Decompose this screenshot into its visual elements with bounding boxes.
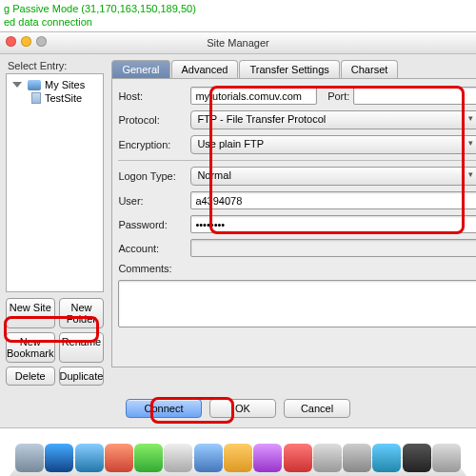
tab-advanced[interactable]: Advanced <box>171 60 239 78</box>
right-panel: General Advanced Transfer Settings Chars… <box>104 60 476 386</box>
zoom-icon <box>36 36 47 47</box>
dialog-buttons: Connect OK Cancel <box>0 391 476 427</box>
dock-itunes-icon[interactable] <box>253 444 282 472</box>
comments-textarea[interactable] <box>118 280 476 327</box>
new-folder-button[interactable]: New Folder <box>59 298 105 328</box>
host-label: Host: <box>118 90 187 102</box>
window-title: Site Manager <box>207 37 268 49</box>
dock-finder-icon[interactable] <box>15 444 44 472</box>
general-pane: Host: Port: Protocol: FTP - File Transfe… <box>111 78 476 367</box>
close-icon[interactable] <box>6 36 16 47</box>
dock <box>0 434 476 476</box>
logon-select[interactable]: Normal <box>190 167 476 186</box>
tab-bar: General Advanced Transfer Settings Chars… <box>111 60 476 78</box>
dock-app8-icon[interactable] <box>432 444 461 472</box>
tree-root-label: My Sites <box>45 79 85 90</box>
user-input[interactable] <box>190 191 476 209</box>
dock-app6-icon[interactable] <box>372 444 401 472</box>
site-tree[interactable]: My Sites TestSite <box>6 73 104 292</box>
password-input[interactable] <box>190 215 476 233</box>
account-label: Account: <box>118 243 187 254</box>
folder-icon <box>28 80 41 90</box>
cancel-button[interactable]: Cancel <box>284 399 350 418</box>
tree-root[interactable]: My Sites <box>10 78 99 91</box>
left-panel: Select Entry: My Sites TestSite New Site… <box>6 60 104 386</box>
dock-settings-icon[interactable] <box>343 444 371 472</box>
dock-app7-icon[interactable] <box>403 444 431 472</box>
new-bookmark-button[interactable]: New Bookmark <box>6 332 55 363</box>
password-label: Password: <box>118 219 187 230</box>
dock-appstore-icon[interactable] <box>194 444 223 472</box>
minimize-icon[interactable] <box>21 36 31 47</box>
chevron-down-icon[interactable] <box>12 82 22 88</box>
tree-site-label: TestSite <box>45 92 82 104</box>
dock-app2-icon[interactable] <box>164 444 192 472</box>
ok-button[interactable]: OK <box>209 399 276 418</box>
server-icon <box>31 92 41 104</box>
protocol-select[interactable]: FTP - File Transfer Protocol <box>190 110 476 129</box>
delete-button[interactable]: Delete <box>6 367 55 386</box>
titlebar: Site Manager <box>0 32 476 54</box>
tab-transfer[interactable]: Transfer Settings <box>239 60 339 78</box>
account-input <box>190 239 476 257</box>
rename-button[interactable]: Rename <box>59 332 105 363</box>
duplicate-button[interactable]: Duplicate <box>59 367 105 386</box>
port-label: Port: <box>321 90 349 102</box>
dock-app4-icon[interactable] <box>284 444 312 472</box>
site-manager-dialog: Site Manager Select Entry: My Sites Test… <box>0 31 476 428</box>
protocol-label: Protocol: <box>118 114 187 126</box>
host-input[interactable] <box>190 87 317 105</box>
dock-app5-icon[interactable] <box>313 444 342 472</box>
dock-app3-icon[interactable] <box>224 444 252 472</box>
connect-button[interactable]: Connect <box>126 399 202 418</box>
new-site-button[interactable]: New Site <box>6 298 55 328</box>
tab-general[interactable]: General <box>111 60 169 78</box>
comments-label: Comments: <box>118 263 187 274</box>
tab-charset[interactable]: Charset <box>341 60 399 78</box>
dock-facetime-icon[interactable] <box>134 444 163 472</box>
user-label: User: <box>118 195 187 207</box>
encryption-label: Encryption: <box>118 139 187 150</box>
encryption-select[interactable]: Use plain FTP <box>190 135 476 154</box>
select-entry-label: Select Entry: <box>8 60 104 71</box>
tree-site[interactable]: TestSite <box>10 91 99 105</box>
port-input[interactable] <box>353 87 476 105</box>
logon-label: Logon Type: <box>118 170 187 182</box>
dock-app1-icon[interactable] <box>105 444 133 472</box>
dock-mail-icon[interactable] <box>45 444 73 472</box>
dock-safari-icon[interactable] <box>75 444 104 472</box>
